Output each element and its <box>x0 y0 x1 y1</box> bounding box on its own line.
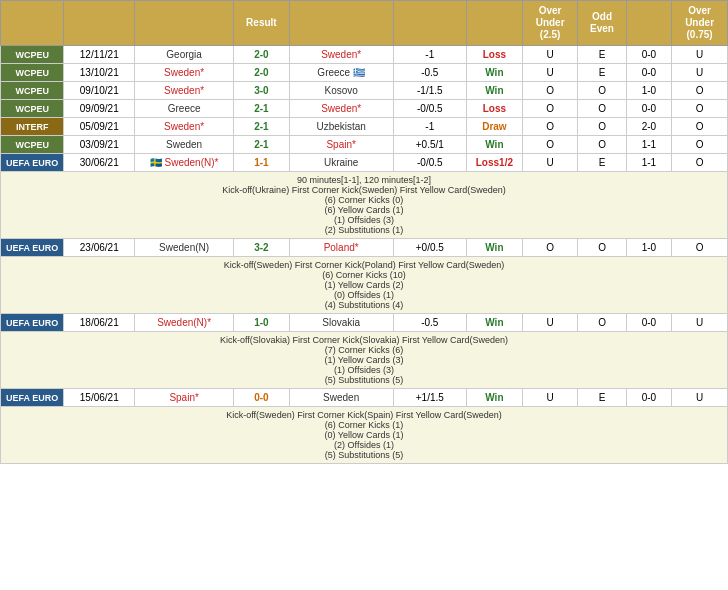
odds-result: Draw <box>467 118 523 136</box>
team2-name: Spain* <box>289 136 393 154</box>
odd-even-result: E <box>578 389 626 407</box>
over-under-result: O <box>522 82 578 100</box>
header-over-under-25: Over Under (2.5) <box>522 1 578 46</box>
match-score: 2-1 <box>234 136 290 154</box>
match-date: 09/09/21 <box>64 100 135 118</box>
odds-result: Loss <box>467 46 523 64</box>
header-date <box>64 1 135 46</box>
odds-result: Win <box>467 239 523 257</box>
header-ht <box>626 1 672 46</box>
table-row: WCPEU 09/10/21 Sweden* 3-0 Kosovo -1/1.5… <box>1 82 728 100</box>
odd-even-result: O <box>578 136 626 154</box>
ht-score: 1-0 <box>626 82 672 100</box>
team2-name: Sweden <box>289 389 393 407</box>
over-under-result: U <box>522 64 578 82</box>
over-under2-result: U <box>672 64 728 82</box>
team1-name: Sweden <box>135 136 234 154</box>
header-handicap <box>393 1 466 46</box>
match-date: 18/06/21 <box>64 314 135 332</box>
header-odd-even: Odd Even <box>578 1 626 46</box>
match-date: 03/09/21 <box>64 136 135 154</box>
over-under2-result: U <box>672 314 728 332</box>
team2-name: Greece 🇬🇷 <box>289 64 393 82</box>
match-score: 2-0 <box>234 64 290 82</box>
handicap-value: -0.5 <box>393 64 466 82</box>
ht-score: 0-0 <box>626 389 672 407</box>
table-row: INTERF 05/09/21 Sweden* 2-1 Uzbekistan -… <box>1 118 728 136</box>
handicap-value: +0/0.5 <box>393 239 466 257</box>
table-row: UEFA EURO 15/06/21 Spain* 0-0 Sweden +1/… <box>1 389 728 407</box>
over-under2-result: O <box>672 100 728 118</box>
league-badge: UEFA EURO <box>1 389 64 407</box>
odd-even-result: O <box>578 118 626 136</box>
ht-score: 0-0 <box>626 64 672 82</box>
odds-result: Win <box>467 314 523 332</box>
odd-even-result: E <box>578 46 626 64</box>
team1-name: Sweden* <box>135 118 234 136</box>
handicap-value: -1 <box>393 118 466 136</box>
over-under-result: O <box>522 118 578 136</box>
detail-row: Kick-off(Sweden) First Corner Kick(Polan… <box>1 257 728 314</box>
header-over-under-075: Over Under (0.75) <box>672 1 728 46</box>
over-under2-result: O <box>672 82 728 100</box>
match-date: 05/09/21 <box>64 118 135 136</box>
team2-name: Sweden* <box>289 100 393 118</box>
team1-name: Sweden(N) <box>135 239 234 257</box>
over-under-result: U <box>522 46 578 64</box>
header-match <box>1 1 64 46</box>
match-score: 1-0 <box>234 314 290 332</box>
detail-row: 90 minutes[1-1], 120 minutes[1-2]Kick-of… <box>1 172 728 239</box>
match-score: 0-0 <box>234 389 290 407</box>
odd-even-result: E <box>578 154 626 172</box>
header-result: Result <box>234 1 290 46</box>
handicap-value: -0/0.5 <box>393 154 466 172</box>
detail-row: Kick-off(Slovakia) First Corner Kick(Slo… <box>1 332 728 389</box>
team1-name: Georgia <box>135 46 234 64</box>
match-date: 23/06/21 <box>64 239 135 257</box>
ht-score: 1-0 <box>626 239 672 257</box>
match-score: 3-0 <box>234 82 290 100</box>
header-team2 <box>289 1 393 46</box>
league-badge: WCPEU <box>1 64 64 82</box>
team1-name: Sweden* <box>135 82 234 100</box>
league-badge: WCPEU <box>1 100 64 118</box>
match-date: 30/06/21 <box>64 154 135 172</box>
match-score: 3-2 <box>234 239 290 257</box>
handicap-value: -1/1.5 <box>393 82 466 100</box>
header-odds <box>467 1 523 46</box>
table-row: WCPEU 03/09/21 Sweden 2-1 Spain* +0.5/1 … <box>1 136 728 154</box>
team2-name: Uzbekistan <box>289 118 393 136</box>
team2-name: Ukraine <box>289 154 393 172</box>
team1-name: Sweden* <box>135 64 234 82</box>
match-date: 15/06/21 <box>64 389 135 407</box>
league-badge: WCPEU <box>1 82 64 100</box>
odds-result: Win <box>467 389 523 407</box>
table-row: UEFA EURO 18/06/21 Sweden(N)* 1-0 Slovak… <box>1 314 728 332</box>
over-under2-result: U <box>672 389 728 407</box>
odds-result: Win <box>467 82 523 100</box>
match-score: 2-0 <box>234 46 290 64</box>
detail-content: Kick-off(Sweden) First Corner Kick(Spain… <box>1 407 728 464</box>
over-under2-result: O <box>672 118 728 136</box>
odds-result: Loss <box>467 100 523 118</box>
league-badge: INTERF <box>1 118 64 136</box>
league-badge: WCPEU <box>1 136 64 154</box>
handicap-value: -0.5 <box>393 314 466 332</box>
handicap-value: +0.5/1 <box>393 136 466 154</box>
ht-score: 1-1 <box>626 154 672 172</box>
odd-even-result: O <box>578 100 626 118</box>
over-under-result: O <box>522 100 578 118</box>
odd-even-result: E <box>578 64 626 82</box>
team1-name: Spain* <box>135 389 234 407</box>
team1-name: 🇸🇪 Sweden(N)* <box>135 154 234 172</box>
handicap-value: -1 <box>393 46 466 64</box>
team2-name: Sweden* <box>289 46 393 64</box>
over-under-result: U <box>522 389 578 407</box>
team2-name: Kosovo <box>289 82 393 100</box>
header-team1 <box>135 1 234 46</box>
table-row: UEFA EURO 23/06/21 Sweden(N) 3-2 Poland*… <box>1 239 728 257</box>
match-date: 09/10/21 <box>64 82 135 100</box>
league-badge: UEFA EURO <box>1 154 64 172</box>
over-under2-result: O <box>672 154 728 172</box>
detail-content: 90 minutes[1-1], 120 minutes[1-2]Kick-of… <box>1 172 728 239</box>
